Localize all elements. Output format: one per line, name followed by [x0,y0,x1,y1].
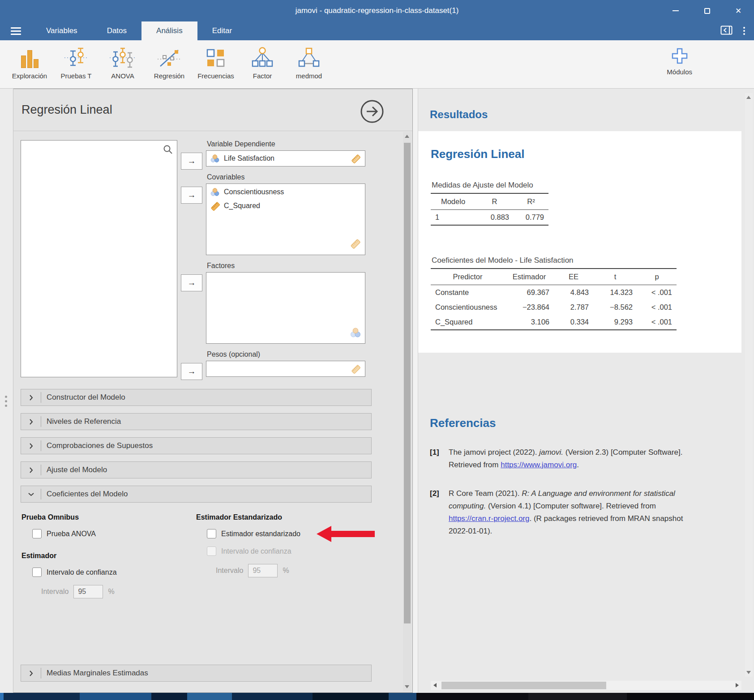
section-coeficientes-del-modelo[interactable]: Coeficientes del Modelo [21,486,372,503]
std-intervalo-confianza-checkbox-row[interactable]: Intervalo de confianza [207,546,291,556]
regression-icon [157,47,182,68]
section-constructor-del-modelo[interactable]: Constructor del Modelo [21,389,372,406]
results-panel-toggle-button[interactable] [720,26,733,37]
regression-results-block[interactable]: Regresión Lineal Medidas de Ajuste del M… [418,131,741,353]
spreadsheet-edge-strip [0,693,754,700]
chevron-down-icon [21,492,41,496]
factors-label: Factores [207,262,365,270]
continuous-ruler-icon [351,154,361,166]
prueba-anova-checkbox-row[interactable]: Prueba ANOVA [32,529,96,538]
continuous-ruler-icon [210,201,220,211]
assign-covariate-button[interactable]: → [181,187,202,204]
bar-chart-icon [21,47,39,68]
covariate-conscientiousness[interactable]: Conscientiousness [210,187,361,197]
close-button[interactable]: ✕ [723,0,754,21]
tab-variables[interactable]: Variables [31,21,92,40]
red-pointer-arrow [317,525,375,543]
ribbon-exploracion[interactable]: Exploración [6,46,53,88]
modules-button[interactable]: Módulos [667,47,692,76]
scroll-right-arrow-icon[interactable] [736,683,739,687]
chevron-right-icon [21,443,41,449]
assign-dependent-button[interactable]: → [181,153,202,170]
reference-marker: [1] [430,446,444,471]
checkbox-unchecked-icon[interactable] [32,529,42,538]
estimador-estandarizado-heading: Estimador Estandarizado [196,513,412,521]
tab-datos[interactable]: Datos [92,21,141,40]
tab-analisis[interactable]: Análisis [141,21,197,40]
t-test-icon [64,47,89,68]
section-medias-marginales-estimadas[interactable]: Medias Marginales Estimadas [21,665,372,682]
scroll-up-arrow-icon[interactable] [405,135,409,138]
chevron-right-icon [21,418,41,425]
titlebar: jamovi - quadratic-regression-in-class-d… [0,0,754,21]
chevron-right-icon [21,467,41,474]
analysis-ribbon: Exploración Pruebas T [0,40,754,89]
section-ajuste-del-modelo[interactable]: Ajuste del Modelo [21,461,372,478]
estimador-estandarizado-checkbox-row[interactable]: Estimador estandarizado [207,529,300,538]
maximize-button[interactable] [691,0,723,21]
table-row: C_Squared3.1060.3349.293< .001 [431,315,677,330]
ribbon-factor[interactable]: Factor [239,46,286,88]
omnibus-heading: Prueba Omnibus [21,513,196,521]
assign-weights-button[interactable]: → [181,363,202,380]
std-intervalo-input: 95 [248,564,278,577]
section-niveles-de-referencia[interactable]: Niveles de Referencia [21,413,372,430]
ribbon-medmod[interactable]: medmod [286,46,332,88]
run-collapse-arrow-button[interactable] [360,99,385,126]
table-row: 10.8830.779 [431,210,548,226]
minimize-button[interactable] [660,0,691,21]
ribbon-frecuencias[interactable]: Frecuencias [193,46,239,88]
tab-bar: Variables Datos Análisis Editar [0,21,754,40]
reference-text: The jamovi project (2022). jamovi. (Vers… [449,446,684,471]
coef-table-caption: Coeficientes del Modelo - Life Satisfact… [432,256,741,265]
scroll-up-arrow-icon[interactable] [746,96,751,99]
table-row: Conscientiousness−23.8642.787−8.562< .00… [431,300,677,315]
scrollbar-thumb[interactable] [441,682,606,689]
ribbon-pruebas-t[interactable]: Pruebas T [53,46,99,88]
results-vertical-scrollbar[interactable] [745,93,753,677]
checkbox-unchecked-icon[interactable] [32,568,42,577]
results-horizontal-scrollbar[interactable] [431,681,741,690]
regression-options-panel: Regresión Lineal [13,89,413,693]
intervalo-input[interactable]: 95 [73,585,103,598]
scrollbar-thumb[interactable] [404,143,411,623]
section-comprobaciones-de-supuestos[interactable]: Comprobaciones de Supuestos [21,437,372,454]
reference-link[interactable]: https://cran.r-project.org [449,514,529,523]
coeficientes-section-content: Prueba Omnibus Prueba ANOVA Estimador In… [21,503,412,598]
covariates-list[interactable]: Conscientiousness C_Squared [206,184,365,255]
search-icon[interactable] [163,144,173,157]
scroll-down-arrow-icon[interactable] [746,671,751,674]
reference-text: R Core Team (2021). R: A Language and en… [449,487,684,538]
factor-icon [250,47,274,68]
options-vertical-scrollbar[interactable] [403,132,411,691]
reference-link[interactable]: https://www.jamovi.org [501,461,577,469]
results-title: Resultados [430,108,754,121]
weights-field[interactable] [206,361,365,377]
tab-editar[interactable]: Editar [197,21,247,40]
panel-toggle-icon [720,26,733,35]
scroll-down-arrow-icon[interactable] [405,685,409,688]
intervalo-confianza-checkbox-row[interactable]: Intervalo de confianza [32,568,117,577]
references-list: [1]The jamovi project (2022). jamovi. (V… [430,446,754,538]
more-options-button[interactable] [743,27,745,35]
close-icon: ✕ [735,6,741,16]
panel-splitter[interactable] [413,89,418,693]
std-intervalo-row: Intervalo 95 % [216,564,412,577]
scroll-left-arrow-icon[interactable] [433,683,437,687]
hamburger-menu-button[interactable] [0,21,31,40]
factors-list[interactable] [206,272,365,344]
ribbon-regresion[interactable]: Regresión [146,46,193,88]
covariate-c-squared[interactable]: C_Squared [210,201,361,211]
splitter-grip-icon [5,396,7,407]
minimize-icon [673,10,679,11]
left-splitter[interactable] [0,89,13,693]
dependent-variable-field[interactable]: Life Satisfaction [206,150,365,166]
variable-life-satisfaction[interactable]: Life Satisfaction [210,154,274,163]
fit-table-caption: Medidas de Ajuste del Modelo [432,181,741,190]
covariates-label: Covariables [207,173,365,181]
checkbox-unchecked-icon[interactable] [207,529,216,538]
available-variables-list[interactable] [21,140,177,377]
assign-factor-button[interactable]: → [181,274,202,291]
group-variable-icon [210,187,220,197]
ribbon-anova[interactable]: ANOVA [99,46,146,88]
